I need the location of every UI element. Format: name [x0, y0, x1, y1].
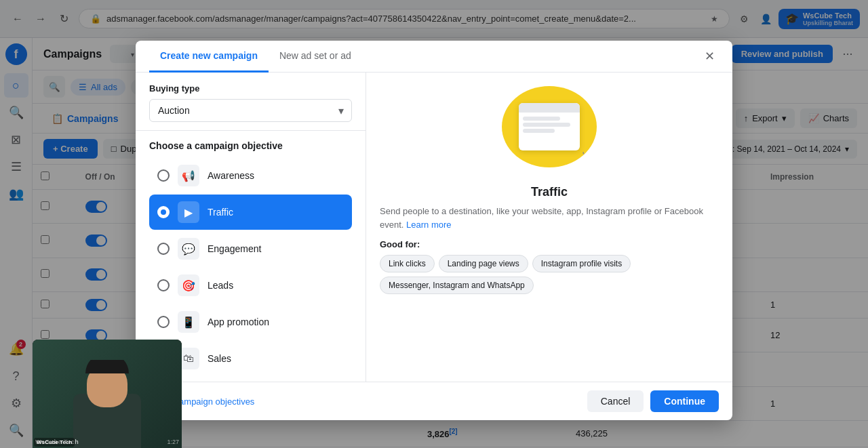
radio-engagement — [157, 243, 170, 255]
cancel-button[interactable]: Cancel — [587, 390, 644, 412]
buying-type-section: Buying type Auction — [136, 73, 366, 131]
good-for-label: Good for: — [380, 239, 719, 249]
objective-engagement[interactable]: 💬 Engagement — [149, 231, 352, 266]
tab-create-campaign[interactable]: Create new campaign — [149, 41, 269, 73]
learn-more-link[interactable]: Learn more — [406, 220, 451, 230]
objective-traffic[interactable]: ▶ Traffic — [149, 195, 352, 230]
radio-leads — [157, 279, 170, 291]
objective-heading: Choose a campaign objective — [149, 140, 352, 151]
objective-label-traffic: Traffic — [208, 207, 233, 218]
good-for-tag: Messenger, Instagram and WhatsApp — [380, 277, 534, 294]
modal-footer: About campaign objectives Cancel Continu… — [136, 382, 732, 420]
good-for-tags: Link clicksLanding page viewsInstagram p… — [380, 255, 719, 294]
good-for-tag: Landing page views — [439, 255, 528, 272]
objective-icon-leads: 🎯 — [178, 274, 199, 296]
objective-label-leads: Leads — [208, 280, 233, 291]
modal-right-panel: 🖰 Traffic Send people to a destination, … — [366, 73, 732, 382]
video-brand: WsCube Tech — [37, 439, 72, 445]
tab-new-ad[interactable]: New ad set or ad — [269, 41, 362, 73]
continue-button[interactable]: Continue — [650, 390, 719, 412]
modal-left-panel: Buying type Auction Choose a campaign ob… — [136, 73, 366, 382]
objective-icon-app_promotion: 📱 — [178, 311, 199, 333]
traffic-illustration: 🖰 — [495, 86, 604, 174]
modal-header: Create new campaign New ad set or ad ✕ — [136, 41, 732, 73]
buying-type-select-wrapper: Auction — [149, 99, 352, 122]
illustration-background: 🖰 — [502, 86, 597, 167]
modal-close-button[interactable]: ✕ — [700, 47, 719, 66]
footer-actions: Cancel Continue — [587, 390, 719, 412]
radio-traffic — [157, 206, 170, 218]
illustration-screen — [519, 103, 580, 150]
traffic-title: Traffic — [531, 185, 568, 199]
objective-label-engagement: Engagement — [208, 243, 261, 254]
objective-label-app_promotion: App promotion — [208, 317, 269, 327]
radio-awareness — [157, 169, 170, 182]
objective-label-sales: Sales — [208, 353, 231, 364]
illustration-screen-header — [519, 103, 580, 113]
modal-body: Buying type Auction Choose a campaign ob… — [136, 73, 732, 382]
campaign-modal: Create new campaign New ad set or ad ✕ B… — [136, 41, 732, 420]
objective-awareness[interactable]: 📢 Awareness — [149, 158, 352, 193]
radio-app_promotion — [157, 316, 170, 328]
traffic-description: Send people to a destination, like your … — [380, 205, 719, 231]
good-for-tag: Instagram profile visits — [532, 255, 631, 272]
good-for-tag: Link clicks — [380, 255, 435, 272]
objective-icon-awareness: 📢 — [178, 165, 199, 186]
objective-icon-traffic: ▶ — [178, 201, 199, 223]
buying-type-select[interactable]: Auction — [149, 99, 352, 122]
video-overlay: WsCube Tech 1:27 WsCube Tech — [33, 340, 182, 448]
objective-app_promotion[interactable]: 📱 App promotion — [149, 304, 352, 340]
objective-label-awareness: Awareness — [208, 170, 254, 181]
video-person: WsCube Tech 1:27 WsCube Tech — [33, 340, 182, 448]
buying-type-label: Buying type — [149, 83, 352, 94]
objective-leads[interactable]: 🎯 Leads — [149, 268, 352, 303]
objective-icon-engagement: 💬 — [178, 238, 199, 260]
